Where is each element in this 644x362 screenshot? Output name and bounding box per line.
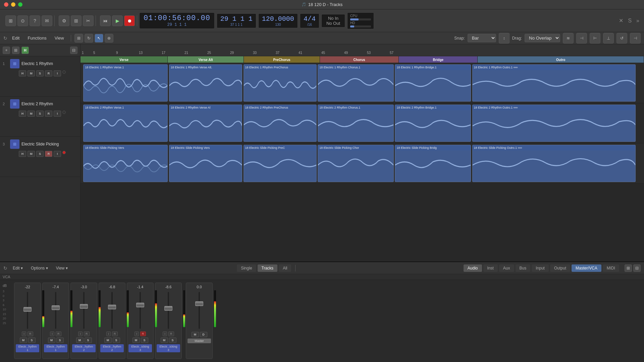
ch1-fader-handle[interactable] <box>23 307 32 312</box>
track-3-i-btn[interactable]: I <box>54 151 61 157</box>
clip-2-outro[interactable]: 18 Electric 2 Rhythm Outro.1 ∞∞ <box>472 105 636 142</box>
clip-1-verse-alt[interactable]: 18 Electric 1 Rhythm Verse Alt. <box>169 64 242 102</box>
mixer-edit-btn[interactable]: Edit ▾ <box>10 265 25 272</box>
ch2-solo[interactable]: S <box>56 338 64 343</box>
ch6-fader-handle[interactable] <box>164 306 172 311</box>
master-d[interactable]: D <box>200 332 207 337</box>
clip-3-bridge[interactable]: 18 Electric Slide Picking Bridg <box>395 145 471 182</box>
menu-view[interactable]: View <box>51 34 67 42</box>
mixer-button[interactable]: ⊞ <box>71 15 82 26</box>
mixer-tab-tracks[interactable]: Tracks <box>258 264 278 272</box>
clip-2-chorus[interactable]: 18 Electric 2 Rhythm Chorus.1 <box>318 105 394 142</box>
track-3-m-btn[interactable]: M <box>28 151 35 157</box>
mixer-grid-btn[interactable]: ⊞ <box>625 264 632 272</box>
timesig-box[interactable]: 4/4 /16 <box>300 13 319 28</box>
track-3-r-btn[interactable]: R <box>45 151 52 157</box>
clip-1-verse[interactable]: 18 Electric 1 Rhythm Verse.1 <box>83 64 168 102</box>
mixer-tab-audio[interactable]: Audio <box>464 264 482 272</box>
mail-button[interactable]: ✉ <box>42 15 52 26</box>
clip-2-verse-alt[interactable]: 18 Electric 2 Rhythm Verse Al <box>169 105 242 142</box>
track-2-r-btn[interactable]: R <box>45 111 52 117</box>
menu-edit[interactable]: Edit <box>9 34 23 42</box>
end-icon[interactable]: ⊣ <box>630 33 641 44</box>
arrange-area[interactable]: 1 5 9 13 17 21 25 29 33 37 41 45 49 53 5… <box>80 44 644 261</box>
mixer-refresh[interactable]: ↻ <box>3 265 7 271</box>
minimize-button[interactable] <box>11 2 15 7</box>
track-2-i-btn[interactable]: I <box>54 111 61 117</box>
clip-3-chorus[interactable]: 18 Electric Slide Picking Chor <box>318 145 394 182</box>
clip-1-outro[interactable]: 18 Electric 1 Rhythm Outro.1 ∞∞ <box>472 64 636 102</box>
track-2-m-btn[interactable]: M <box>28 111 35 117</box>
rewind-button[interactable]: ⏮ <box>100 15 111 26</box>
mixer-tab-all[interactable]: All <box>279 264 291 272</box>
ch2-fader-handle[interactable] <box>52 305 60 310</box>
loop2-icon[interactable]: ↺ <box>616 33 627 44</box>
clip-1-prechorus[interactable]: 18 Electric 1 Rhythm PreChorus <box>244 64 317 102</box>
ch4-fader-handle[interactable] <box>108 305 116 309</box>
record-button[interactable]: ⏺ <box>124 15 135 26</box>
mixer-tab-bus[interactable]: Bus <box>516 264 531 272</box>
track-3-h-btn[interactable]: H <box>19 151 26 157</box>
ch1-mute[interactable]: M <box>20 338 27 343</box>
ch1-solo[interactable]: S <box>28 338 36 343</box>
help-button[interactable]: ? <box>30 15 40 26</box>
mixer-view-btn[interactable]: View ▾ <box>53 265 70 272</box>
master-fader-handle[interactable] <box>195 301 203 306</box>
clip-3-verse[interactable]: 18 Electric Slide Picking Vers <box>83 145 168 182</box>
track-view-button[interactable]: ⊟ <box>70 47 77 54</box>
mixer-list-btn[interactable]: ⊟ <box>633 264 641 272</box>
ch5-solo[interactable]: S <box>141 338 148 343</box>
add-track-button[interactable]: + <box>3 47 10 54</box>
track-1-m-btn[interactable]: M <box>28 70 35 76</box>
mixer-tab-inst[interactable]: Inst <box>483 264 498 272</box>
clip-3-verse-alt[interactable]: 18 Electric Slide Picking Vers <box>169 145 242 182</box>
add-audio-button[interactable]: ⊞ <box>12 47 19 54</box>
ch2-mute[interactable]: M <box>48 338 55 343</box>
drag-select[interactable]: No Overlap Overlap <box>525 34 560 42</box>
track-1-i-btn[interactable]: I <box>54 70 61 76</box>
ch4-mute[interactable]: M <box>104 338 112 343</box>
align-icon[interactable]: ⊣ <box>576 33 587 44</box>
clip-2-prechorus[interactable]: 18 Electric 2 Rhythm PreChorus <box>244 105 317 142</box>
clip-2-verse[interactable]: 18 Electric 2 Rhythm Verse.1 <box>83 105 168 142</box>
track-2-s-btn[interactable]: S <box>36 111 44 117</box>
open-button[interactable]: ⊙ <box>17 15 28 26</box>
expand-icon[interactable]: » <box>635 16 641 25</box>
pointer-tool[interactable]: ↖ <box>95 34 103 43</box>
track-1-h-btn[interactable]: H <box>19 70 26 76</box>
punch-in-out[interactable]: No In No Out <box>321 14 345 27</box>
clip-3-prechorus[interactable]: 18 Electric Slide Picking PreC <box>244 145 317 182</box>
mixer-tab-input[interactable]: Input <box>532 264 549 272</box>
track-1-r-btn[interactable]: R <box>45 70 52 76</box>
snap-select[interactable]: Bar Beat Division <box>468 34 496 42</box>
h-button[interactable]: H <box>21 47 29 54</box>
ch6-solo[interactable]: S <box>169 338 176 343</box>
bpm-box[interactable]: 120.0000 130 <box>258 13 298 28</box>
close-button[interactable] <box>4 2 8 7</box>
menu-functions[interactable]: Functions <box>24 34 50 42</box>
snap-tool[interactable]: ⊕ <box>105 34 113 43</box>
track-2-h-btn[interactable]: H <box>19 111 26 117</box>
mixer-tab-output[interactable]: Output <box>550 264 570 272</box>
ch6-mute[interactable]: M <box>161 338 168 343</box>
track-3-s-btn[interactable]: S <box>36 151 44 157</box>
zoom-button[interactable] <box>18 2 22 7</box>
clip-2-bridge[interactable]: 18 Electric 2 Rhythm Bridge.1 <box>395 105 471 142</box>
stereo-icon[interactable]: ⊥ <box>603 33 614 44</box>
ch5-mute[interactable]: M <box>132 338 140 343</box>
mixer-options-btn[interactable]: Options ▾ <box>28 265 51 272</box>
mixer-tab-aux[interactable]: Aux <box>499 264 514 272</box>
close-panel-icon[interactable]: ✕ <box>618 16 625 25</box>
master-mute[interactable]: M <box>192 332 199 337</box>
loop-tool[interactable]: ↻ <box>85 34 93 43</box>
save-icon[interactable]: S <box>627 16 633 25</box>
track-1-s-btn[interactable]: S <box>36 70 44 76</box>
snap-toggle[interactable]: ↕ <box>499 33 509 44</box>
waveform-icon[interactable]: ≋ <box>563 33 574 44</box>
scissors-button[interactable]: ✂ <box>83 15 94 26</box>
settings-button[interactable]: ⚙ <box>59 15 69 26</box>
refresh-icon[interactable]: ↻ <box>3 36 7 41</box>
clip-3-outro[interactable]: 18 Electric Slide Picking Outro.1 ∞∞ <box>472 145 636 182</box>
mixer-tab-mastervca[interactable]: Master/VCA <box>572 264 601 272</box>
ch3-fader-handle[interactable] <box>80 304 88 309</box>
